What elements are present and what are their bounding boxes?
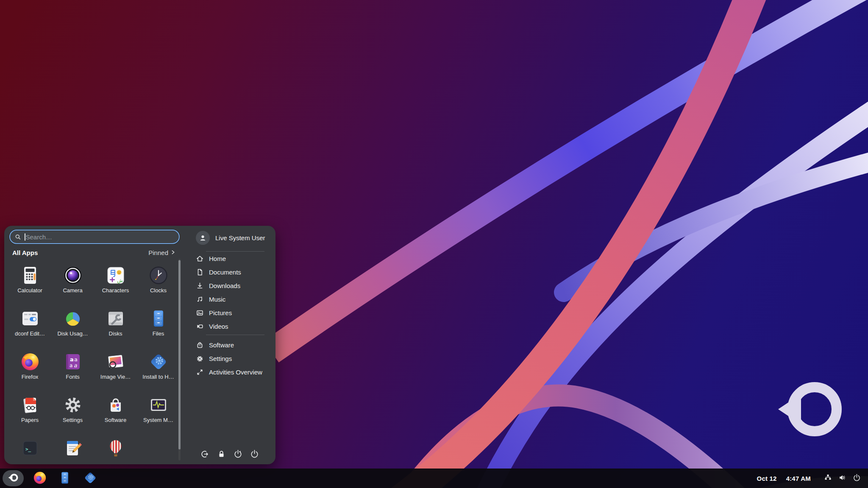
image-viewer-icon (106, 352, 126, 372)
power-icon (853, 474, 861, 483)
distro-logo-icon (8, 472, 19, 485)
shortcuts-list: SoftwareSettingsActivities Overview (191, 338, 275, 379)
user-row[interactable]: Live System User (196, 231, 265, 245)
places-list: HomeDocumentsDownloadsMusicPicturesVideo… (191, 252, 275, 333)
lock-icon (217, 449, 226, 460)
shortcut-software[interactable]: Software (191, 338, 275, 352)
svg-text:a: a (70, 356, 74, 363)
app-label: dconf Edit… (15, 330, 45, 337)
app-label: Firefox (22, 374, 39, 380)
app-label: Files (153, 330, 164, 337)
logout-icon (200, 449, 209, 460)
place-pictures[interactable]: Pictures (191, 306, 275, 319)
app-label: Settings (63, 417, 83, 423)
user-name: Live System User (215, 234, 265, 241)
tray-network-button[interactable] (823, 474, 832, 482)
clocks-icon (148, 265, 169, 286)
terminal-icon: >_ (20, 438, 40, 458)
logout-button[interactable] (197, 447, 212, 462)
app-disk-usag[interactable]: Disk Usag… (51, 306, 94, 349)
desktop: All Apps Pinned CalculatorCameraشCharact… (0, 0, 868, 488)
launcher-files[interactable] (57, 471, 72, 486)
pinned-button[interactable]: Pinned (148, 249, 175, 256)
app-firefox[interactable]: Firefox (8, 349, 51, 393)
tray-icons (823, 474, 861, 482)
app-label: Characters (102, 287, 129, 294)
videos-icon (196, 322, 204, 330)
app-papers[interactable]: Papers (8, 393, 51, 436)
app-system-m[interactable]: System M… (137, 393, 180, 436)
app-software[interactable]: Software (94, 393, 137, 436)
tray-volume-button[interactable] (838, 474, 846, 482)
tour-icon (106, 438, 126, 458)
scrollbar-thumb[interactable] (178, 260, 181, 449)
restart-button[interactable] (230, 447, 245, 462)
system-monitor-icon (148, 395, 169, 415)
side-item-label: Settings (209, 355, 232, 362)
launcher-installer[interactable] (83, 471, 98, 486)
place-downloads[interactable]: Downloads (191, 279, 275, 292)
session-buttons (197, 447, 262, 462)
place-videos[interactable]: Videos (191, 319, 275, 333)
taskbar-date[interactable]: Oct 12 (757, 475, 777, 482)
app-grid-scrollbar (178, 259, 181, 460)
side-item-label: Documents (209, 269, 241, 276)
app-settings[interactable]: Settings (51, 393, 94, 436)
svg-text:>_: >_ (25, 446, 31, 452)
app-label: Install to H… (142, 374, 174, 380)
place-documents[interactable]: Documents (191, 265, 275, 279)
app-tour[interactable] (94, 436, 137, 464)
app-disks[interactable]: Disks (94, 306, 137, 349)
firefox-icon (20, 352, 40, 372)
taskbar-time[interactable]: 4:47 AM (786, 475, 811, 482)
home-icon (196, 255, 204, 263)
app-text-editor[interactable] (51, 436, 94, 464)
shortcut-activities-overview[interactable]: Activities Overview (191, 365, 275, 379)
chevron-right-icon (171, 249, 175, 256)
restart-icon (234, 449, 242, 460)
app-fonts[interactable]: aaaaFonts (51, 349, 94, 393)
app-image-vie[interactable]: Image Vie… (94, 349, 137, 393)
app-label: Disk Usag… (57, 330, 88, 337)
lock-button[interactable] (214, 447, 229, 462)
side-item-label: Downloads (209, 282, 240, 289)
search-field[interactable] (9, 230, 180, 244)
camera-icon (63, 265, 83, 286)
svg-text:a: a (74, 356, 78, 363)
side-item-label: Activities Overview (209, 369, 262, 376)
power-button[interactable] (247, 447, 262, 462)
installer-icon (148, 352, 169, 372)
place-home[interactable]: Home (191, 252, 275, 265)
search-input[interactable] (25, 233, 175, 241)
power-icon (250, 449, 259, 460)
app-files[interactable]: Files (137, 306, 180, 349)
menu-right-column: Live System User HomeDocumentsDownloadsM… (191, 226, 275, 464)
launcher-menu[interactable] (3, 470, 24, 486)
pictures-icon (196, 309, 204, 317)
pinned-label: Pinned (148, 249, 168, 256)
characters-icon: ش (106, 265, 126, 286)
app-characters[interactable]: شCharacters (94, 263, 137, 306)
side-item-label: Home (209, 255, 226, 262)
installer-icon (83, 471, 97, 486)
app-clocks[interactable]: Clocks (137, 263, 180, 306)
tray-power-button[interactable] (852, 474, 861, 482)
app-terminal[interactable]: >_ (8, 436, 51, 464)
firefox-icon (33, 471, 47, 486)
files-icon (148, 308, 169, 329)
volume-icon (838, 474, 846, 483)
svg-text:a: a (70, 363, 72, 369)
launcher-firefox[interactable] (32, 471, 47, 486)
app-grid: CalculatorCameraشCharactersClocksdconf E… (8, 263, 180, 464)
app-calculator[interactable]: Calculator (8, 263, 51, 306)
app-camera[interactable]: Camera (51, 263, 94, 306)
documents-icon (196, 268, 204, 276)
tray-area: Oct 12 4:47 AM (757, 469, 868, 488)
app-dconf-edit[interactable]: dconf Edit… (8, 306, 51, 349)
shortcut-settings[interactable]: Settings (191, 352, 275, 365)
avatar (196, 231, 210, 245)
settings-icon (63, 395, 83, 415)
place-music[interactable]: Music (191, 292, 275, 306)
downloads-icon (196, 282, 204, 290)
app-install-to-h[interactable]: Install to H… (137, 349, 180, 393)
